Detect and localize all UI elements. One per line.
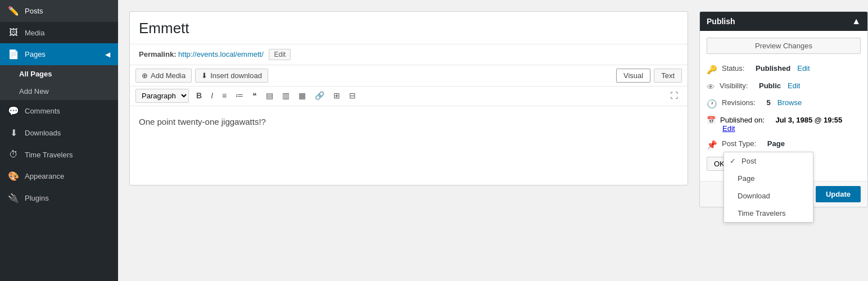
- sidebar-item-label: Plugins: [25, 194, 49, 202]
- post-type-label: Post Type:: [722, 139, 756, 148]
- post-type-option-download[interactable]: Download: [724, 187, 813, 205]
- update-button[interactable]: Update: [816, 186, 861, 202]
- sidebar-item-label: Time Travelers: [25, 151, 73, 159]
- status-value: Published: [756, 64, 790, 72]
- insert-download-icon: ⬇: [201, 71, 207, 80]
- publish-date-row: 📅 Published on: Jul 3, 1985 @ 19:55 Edit: [707, 112, 861, 136]
- time-travelers-icon: ⏱: [8, 149, 19, 160]
- editor-wrap: Permalink: http://events.local/emmett/ E…: [129, 11, 688, 185]
- add-media-button[interactable]: ⊕ Add Media: [135, 69, 192, 83]
- calendar-icon: 📅: [707, 116, 716, 124]
- publish-status-row: 🔑 Status: Published Edit: [707, 61, 861, 78]
- sidebar-item-plugins[interactable]: 🔌 Plugins: [0, 187, 118, 209]
- grid-button[interactable]: ⊟: [345, 89, 360, 103]
- downloads-icon: ⬇: [8, 128, 19, 138]
- sidebar-item-label: Downloads: [25, 129, 61, 137]
- fullscreen-button[interactable]: ⛶: [666, 89, 682, 103]
- link-button[interactable]: 🔗: [311, 89, 328, 103]
- publish-box: Publish ▲ Preview Changes 🔑 Status: Publ…: [699, 11, 868, 207]
- publish-collapse-button[interactable]: ▲: [852, 16, 861, 26]
- publish-header: Publish ▲: [700, 12, 867, 31]
- sidebar-item-downloads[interactable]: ⬇ Downloads: [0, 122, 118, 144]
- appearance-icon: 🎨: [8, 171, 19, 182]
- add-new-label: Add New: [19, 87, 49, 96]
- blockquote-button[interactable]: ❝: [248, 89, 261, 103]
- status-icon: 🔑: [707, 65, 717, 75]
- sidebar-item-label: Appearance: [25, 172, 64, 180]
- sidebar-item-label: Posts: [25, 7, 43, 15]
- sidebar-sub-item-all-pages[interactable]: All Pages: [0, 65, 118, 83]
- post-type-icon: 📌: [707, 140, 717, 150]
- visibility-icon: 👁: [707, 82, 715, 92]
- sidebar-item-label: Comments: [25, 107, 60, 115]
- visibility-edit-link[interactable]: Edit: [788, 81, 800, 90]
- media-icon: 🖼: [8, 28, 19, 38]
- comments-icon: 💬: [8, 106, 19, 116]
- editor-toolbar: ⊕ Add Media ⬇ Insert download Visual Tex…: [130, 65, 688, 87]
- revisions-value: 5: [767, 98, 771, 107]
- posts-icon: ✏️: [8, 6, 19, 16]
- add-media-icon: ⊕: [142, 71, 148, 80]
- post-type-dropdown: Post Page Download Time Travelers: [724, 152, 813, 223]
- sidebar-sub-item-add-new[interactable]: Add New: [0, 83, 118, 100]
- editor-body[interactable]: One point twenty-one jiggawatts!?: [130, 106, 688, 185]
- insert-download-button[interactable]: ⬇ Insert download: [195, 69, 268, 83]
- align-center-button[interactable]: ▥: [278, 89, 293, 103]
- sidebar-item-time-travelers[interactable]: ⏱ Time Travelers: [0, 144, 118, 165]
- publish-post-type-row: 📌 Post Type: Page Post Page Download Tim…: [707, 136, 861, 153]
- pages-submenu: All Pages Add New: [0, 65, 118, 100]
- revisions-label: Revisions:: [722, 98, 756, 107]
- post-type-option-page[interactable]: Page: [724, 170, 813, 187]
- revisions-icon: 🕐: [707, 99, 717, 109]
- text-view-button[interactable]: Text: [654, 69, 682, 83]
- visibility-label: Visibility:: [720, 81, 748, 90]
- sidebar: ✏️ Posts 🖼 Media 📄 Pages ◀ All Pages Add…: [0, 0, 118, 281]
- sidebar-item-label: Pages: [25, 50, 46, 58]
- right-sidebar: Publish ▲ Preview Changes 🔑 Status: Publ…: [699, 0, 868, 281]
- add-media-label: Add Media: [151, 71, 186, 80]
- all-pages-label: All Pages: [19, 70, 52, 78]
- table-button[interactable]: ⊞: [329, 89, 344, 103]
- format-toolbar: Paragraph Heading 1 Heading 2 Heading 3 …: [130, 87, 688, 106]
- sidebar-item-pages[interactable]: 📄 Pages ◀: [0, 43, 118, 65]
- status-edit-link[interactable]: Edit: [797, 64, 810, 72]
- sidebar-item-label: Media: [25, 29, 44, 37]
- sidebar-item-posts[interactable]: ✏️ Posts: [0, 0, 118, 22]
- status-label: Status:: [722, 64, 744, 72]
- editor-content: One point twenty-one jiggawatts!?: [139, 115, 679, 129]
- sidebar-item-appearance[interactable]: 🎨 Appearance: [0, 165, 118, 187]
- align-right-button[interactable]: ▦: [295, 89, 310, 103]
- preview-changes-button[interactable]: Preview Changes: [707, 38, 861, 54]
- permalink-url[interactable]: http://events.local/emmett/: [178, 50, 264, 58]
- pages-arrow-icon: ◀: [105, 51, 110, 58]
- published-on-label: Published on:: [720, 116, 765, 124]
- sidebar-item-comments[interactable]: 💬 Comments: [0, 100, 118, 122]
- sidebar-item-media[interactable]: 🖼 Media: [0, 22, 118, 43]
- plugins-icon: 🔌: [8, 193, 19, 203]
- publish-revisions-row: 🕐 Revisions: 5 Browse: [707, 95, 861, 112]
- published-on-edit-link[interactable]: Edit: [722, 124, 735, 133]
- post-type-option-time-travelers[interactable]: Time Travelers: [724, 205, 813, 222]
- visual-view-button[interactable]: Visual: [616, 69, 650, 83]
- post-title-input[interactable]: [130, 12, 688, 44]
- permalink-label: Permalink:: [139, 50, 176, 58]
- publish-body: Preview Changes 🔑 Status: Published Edit…: [700, 31, 867, 181]
- permalink-edit-button[interactable]: Edit: [269, 49, 291, 60]
- post-type-option-post[interactable]: Post: [724, 152, 813, 170]
- pages-icon: 📄: [8, 49, 19, 60]
- align-left-button[interactable]: ▤: [262, 89, 277, 103]
- ordered-list-button[interactable]: ≔: [232, 89, 247, 103]
- bold-button[interactable]: B: [192, 89, 206, 103]
- main-content: Permalink: http://events.local/emmett/ E…: [118, 0, 699, 281]
- published-on-value: Jul 3, 1985 @ 19:55: [775, 116, 842, 124]
- permalink-bar: Permalink: http://events.local/emmett/ E…: [130, 44, 688, 65]
- italic-button[interactable]: I: [207, 89, 217, 103]
- revisions-browse-link[interactable]: Browse: [777, 98, 802, 107]
- insert-download-label: Insert download: [210, 71, 262, 80]
- paragraph-select[interactable]: Paragraph Heading 1 Heading 2 Heading 3: [135, 89, 189, 103]
- post-type-value: Page: [767, 139, 785, 148]
- publish-title: Publish: [707, 17, 735, 26]
- visibility-value: Public: [759, 81, 781, 90]
- unordered-list-button[interactable]: ≡: [218, 89, 230, 103]
- publish-visibility-row: 👁 Visibility: Public Edit: [707, 78, 861, 95]
